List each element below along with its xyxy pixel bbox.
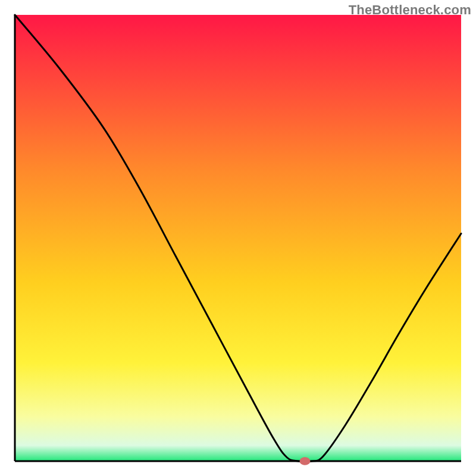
bottleneck-chart bbox=[0, 0, 476, 476]
optimal-point-marker bbox=[300, 457, 311, 465]
chart-background-gradient bbox=[15, 15, 461, 461]
chart-container: TheBottleneck.com bbox=[0, 0, 476, 476]
watermark-label: TheBottleneck.com bbox=[349, 2, 471, 18]
